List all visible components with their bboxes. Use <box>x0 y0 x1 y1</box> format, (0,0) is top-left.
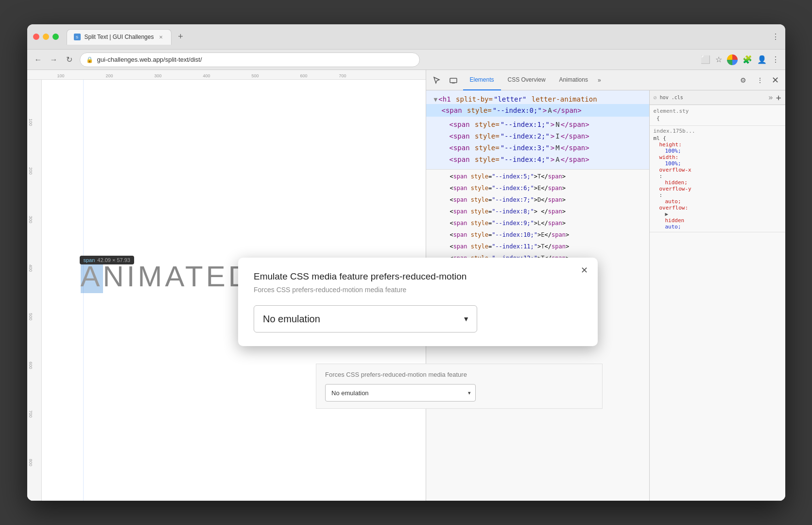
devtools-close-button[interactable]: ✕ <box>770 74 781 86</box>
tab-css-overview[interactable]: CSS Overview <box>501 70 553 90</box>
back-button[interactable]: ← <box>33 54 44 65</box>
ruler-left-800: 800 <box>28 459 33 466</box>
h1-split-value: "letter" <box>494 95 526 103</box>
traffic-lights <box>33 34 59 40</box>
devtools-settings-button[interactable]: ⚙ <box>737 73 750 87</box>
emulate-secondary-subtitle: Forces CSS prefers-reduced-motion media … <box>325 371 593 378</box>
overflow-x-name: overflow-x <box>659 167 691 173</box>
style-height-name: height: <box>659 141 682 148</box>
tooltip-tag-name: span <box>84 257 95 263</box>
styles-filter-bar: ⊘ hov .cls <box>654 94 683 101</box>
style-overflow-y-value: auto; <box>654 198 781 205</box>
url-bar[interactable]: 🔒 gui-challenges.web.app/split-text/dist… <box>80 52 420 67</box>
span-1-row[interactable]: <span style= "--index:1;" > N </span> <box>434 119 643 130</box>
element-style-open: { <box>654 114 781 122</box>
tab-title: Split Text | GUI Challenges <box>85 34 154 40</box>
tab-elements[interactable]: Elements <box>463 70 501 90</box>
tooltip-dimensions: 42.09 × 57.93 <box>97 257 130 263</box>
active-tab[interactable]: S Split Text | GUI Challenges ✕ <box>67 29 172 45</box>
style-overflow-x-colon: : <box>654 173 781 179</box>
devtools-overflow-button[interactable]: ⋮ <box>753 73 767 87</box>
h1-tag-open: <h1 <box>438 95 450 103</box>
span-4-row[interactable]: <span style= "--index:4;" > A </span> <box>434 154 643 165</box>
emulate-secondary-select[interactable]: No emulation prefers-reduced-motion: red… <box>325 384 476 402</box>
element-picker-button[interactable] <box>430 73 444 87</box>
chrome-icon <box>727 54 738 65</box>
tab-bar: S Split Text | GUI Challenges ✕ + <box>67 29 768 45</box>
overflow-y-name: overflow-y <box>659 186 691 192</box>
html-tree-small: <span style="--index:5;">T</span> <span … <box>426 170 649 265</box>
tab-animations[interactable]: Animations <box>553 70 595 90</box>
style-width-value: 100%; <box>654 160 781 167</box>
h1-split-attr: split-by= <box>452 95 493 103</box>
tree-row-7[interactable]: <span style="--index:7;">D</span> <box>426 194 649 206</box>
extensions-icon[interactable]: 🧩 <box>743 55 752 64</box>
tree-row-10[interactable]: <span style="--index:10;">E</span> <box>426 229 649 241</box>
profile-icon[interactable]: 👤 <box>757 55 767 64</box>
emulate-popup-close-button[interactable]: ✕ <box>578 264 590 276</box>
emulate-select[interactable]: No emulation prefers-reduced-motion: red… <box>254 305 477 332</box>
minimize-button[interactable] <box>43 34 49 40</box>
ruler-mark-500: 500 <box>252 73 259 78</box>
ruler-left-500: 500 <box>28 313 33 320</box>
ruler-left-600: 600 <box>28 362 33 369</box>
style-auto-value: auto; <box>654 224 781 230</box>
devtools-toolbar: Elements CSS Overview Animations » ⚙ ⋮ ✕ <box>426 70 785 90</box>
styles-panel: ⊘ hov .cls » + element.sty { <box>649 90 785 501</box>
style-width-prop: width: <box>654 154 781 160</box>
styles-filter-cls[interactable]: .cls <box>672 95 683 100</box>
settings-icon[interactable]: ⋮ <box>772 32 779 41</box>
ruler-mark-200: 200 <box>106 73 113 78</box>
forward-button[interactable]: → <box>49 54 59 65</box>
cast-icon[interactable]: ⬜ <box>701 55 710 64</box>
styles-filter-hov[interactable]: hov <box>660 95 669 100</box>
span-2-row[interactable]: <span style= "--index:2;" > I </span> <box>434 130 643 142</box>
span-3-row[interactable]: <span style= "--index:3;" > M </span> <box>434 142 643 154</box>
emulate-popup: ✕ Emulate CSS media feature prefers-redu… <box>238 258 598 346</box>
tree-row-5[interactable]: <span style="--index:5;">T</span> <box>426 171 649 182</box>
tree-row-6[interactable]: <span style="--index:6;">E</span> <box>426 182 649 194</box>
emulate-secondary-select-wrapper: No emulation prefers-reduced-motion: red… <box>325 384 476 402</box>
tab-close-button[interactable]: ✕ <box>157 34 164 40</box>
menu-icon[interactable]: ⋮ <box>772 55 779 64</box>
style-overflow-x-value: hidden; <box>654 179 781 186</box>
style-height-prop: height: <box>654 141 781 148</box>
ruler-left-400: 400 <box>28 264 33 272</box>
emulate-select-wrapper: No emulation prefers-reduced-motion: red… <box>254 305 477 332</box>
lock-icon: 🔒 <box>86 56 93 63</box>
tree-row-9[interactable]: <span style="--index:9;">L</span> <box>426 217 649 229</box>
h1-row[interactable]: ▼ <h1 split-by= "letter" letter-animatio… <box>434 95 643 103</box>
url-text: gui-challenges.web.app/split-text/dist/ <box>97 56 202 63</box>
styles-selector-ml: ml { <box>654 135 781 141</box>
fullscreen-button[interactable] <box>52 34 59 40</box>
styles-source-row: element.sty <box>654 108 781 114</box>
reload-button[interactable]: ↻ <box>64 54 75 65</box>
ruler-left-100: 100 <box>28 119 33 126</box>
element-guide-line <box>83 80 84 501</box>
emulate-popup-title: Emulate CSS media feature prefers-reduce… <box>254 271 582 282</box>
span-0-row[interactable]: <span style= "--index:0;" > A </span> <box>426 104 649 117</box>
html-tree-top: ▼ <h1 split-by= "letter" letter-animatio… <box>426 90 649 170</box>
devtools-tabs: Elements CSS Overview Animations » <box>463 70 734 90</box>
ruler-left-300: 300 <box>28 216 33 223</box>
add-style-button[interactable]: + <box>776 92 781 103</box>
tree-row-11[interactable]: <span style="--index:11;">T</span> <box>426 241 649 252</box>
tab-favicon: S <box>74 34 81 40</box>
ruler-mark-600: 600 <box>300 73 308 78</box>
bookmark-icon[interactable]: ☆ <box>715 55 722 64</box>
new-tab-button[interactable]: + <box>173 30 187 44</box>
styles-section-element: element.sty { <box>650 105 785 126</box>
style-hidden-value: hidden <box>654 217 781 224</box>
devtools-right-icons: ⚙ ⋮ ✕ <box>737 73 781 87</box>
style-overflow-y-prop: overflow-y <box>654 186 781 192</box>
close-button[interactable] <box>33 34 39 40</box>
more-styles-btn[interactable]: » <box>768 93 773 102</box>
span0-tag: <span <box>442 106 462 114</box>
style-height-value: 100%; <box>654 148 781 154</box>
devtools-more-tabs[interactable]: » <box>595 73 604 88</box>
ruler-mark-700: 700 <box>339 73 346 78</box>
device-toolbar-button[interactable] <box>447 73 460 87</box>
span0-style-value: "--index:0;" <box>493 106 542 114</box>
styles-source-text: index.175b... <box>654 128 695 134</box>
tree-row-8[interactable]: <span style="--index:8;"> </span> <box>426 206 649 217</box>
